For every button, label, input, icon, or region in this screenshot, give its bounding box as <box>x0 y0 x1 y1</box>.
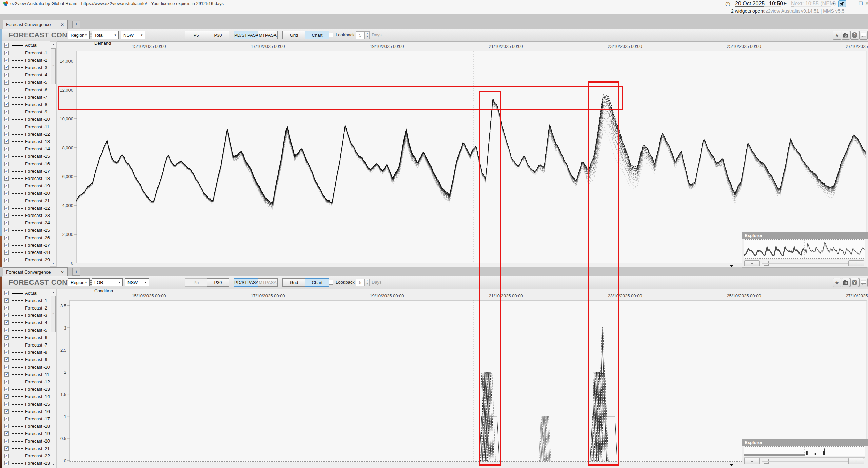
legend-row[interactable]: ✓Forecast -26 <box>2 235 50 241</box>
widget2-p5-button[interactable]: P5 <box>185 278 207 287</box>
widget1-explorer[interactable]: Explorer−+ <box>742 232 867 268</box>
legend-checkbox[interactable]: ✓ <box>4 417 9 421</box>
widget1-chart-button[interactable]: Chart <box>305 31 329 39</box>
widget2-chart-button[interactable]: Chart <box>305 278 329 287</box>
feedback-button[interactable] <box>859 278 868 287</box>
legend-row[interactable]: ✓Forecast -10 <box>2 116 50 123</box>
widget2-lookback-stepper[interactable]: ▲▼ <box>364 279 370 286</box>
legend-checkbox[interactable]: ✓ <box>4 58 9 62</box>
feedback-button[interactable] <box>859 31 868 40</box>
screenshot-camera-button[interactable] <box>842 31 850 40</box>
legend-checkbox[interactable]: ✓ <box>4 424 9 428</box>
legend-row[interactable]: ✓Forecast -9 <box>2 356 50 363</box>
widget2-mode-dropdown[interactable]: Region▼ <box>68 278 90 286</box>
tab-add-button[interactable]: + <box>72 268 80 276</box>
legend-row[interactable]: ✓Forecast -18 <box>2 423 50 430</box>
legend-checkbox[interactable]: ✓ <box>4 372 9 377</box>
legend-checkbox[interactable]: ✓ <box>4 132 9 136</box>
legend-row[interactable]: ✓Forecast -6 <box>2 334 50 341</box>
legend-row[interactable]: ✓Forecast -3 <box>2 64 50 71</box>
legend-checkbox[interactable]: ✓ <box>4 454 9 458</box>
next-run-label[interactable]: Next: 10:55 (NEM) <box>791 1 836 7</box>
up-arrow-icon[interactable]: ▲ <box>366 280 368 282</box>
legend-row[interactable]: ✓Forecast -17 <box>2 416 50 423</box>
help-button[interactable]: ? <box>850 31 859 40</box>
legend-row[interactable]: ✓Forecast -6 <box>2 87 50 93</box>
legend-row[interactable]: ✓Forecast -7 <box>2 342 50 349</box>
legend-checkbox[interactable]: ✓ <box>4 169 9 173</box>
zoom-in-button[interactable]: + <box>848 260 864 266</box>
legend-row[interactable]: ✓Forecast -4 <box>2 72 50 78</box>
legend-checkbox[interactable]: ✓ <box>4 236 9 240</box>
widget1-grid-button[interactable]: Grid <box>282 31 305 39</box>
widget2-grid-button[interactable]: Grid <box>282 278 305 287</box>
legend-row[interactable]: ✓Forecast -1 <box>2 297 50 304</box>
legend-checkbox[interactable]: ✓ <box>4 439 9 443</box>
legend-row[interactable]: ✓Forecast -16 <box>2 408 50 415</box>
legend-row[interactable]: ✓Forecast -14 <box>2 393 50 400</box>
legend-row[interactable]: ✓Forecast -27 <box>2 242 50 249</box>
legend-row[interactable]: ✓Forecast -14 <box>2 146 50 152</box>
scrollbar-thumb[interactable]: ≡ <box>51 48 56 84</box>
legend-checkbox[interactable]: ✓ <box>4 343 9 347</box>
legend-row[interactable]: ✓Forecast -24 <box>2 220 50 226</box>
scroll-up-arrow-icon[interactable]: ▲ <box>51 42 56 47</box>
legend-checkbox[interactable]: ✓ <box>4 250 9 255</box>
legend-checkbox[interactable]: ✓ <box>4 350 9 354</box>
widget1-lookback-stepper[interactable]: ▲▼ <box>364 31 370 39</box>
legend-checkbox[interactable]: ✓ <box>4 461 9 465</box>
legend-checkbox[interactable]: ✓ <box>4 65 9 70</box>
widget2-quantity-dropdown[interactable]: LOR Condition▼ <box>92 278 123 286</box>
favorite-star-button[interactable]: ★ <box>833 278 841 287</box>
mute-speaker-button[interactable] <box>838 0 846 7</box>
scroll-down-arrow-icon[interactable]: ▼ <box>51 462 56 467</box>
down-arrow-icon[interactable]: ▼ <box>366 283 368 285</box>
widget2-mtpasa-button[interactable]: MTPASA <box>258 278 278 287</box>
scroll-down-hint-icon[interactable] <box>730 265 734 267</box>
legend-checkbox[interactable]: ✓ <box>4 147 9 151</box>
legend-row[interactable]: ✓Forecast -10 <box>2 364 50 371</box>
legend-row[interactable]: ✓Forecast -4 <box>2 319 50 326</box>
legend-row[interactable]: ✓Forecast -12 <box>2 379 50 386</box>
legend-checkbox[interactable]: ✓ <box>4 228 9 232</box>
legend-row[interactable]: ✓Forecast -1 <box>2 50 50 56</box>
legend-checkbox[interactable]: ✓ <box>4 73 9 77</box>
legend-checkbox[interactable]: ✓ <box>4 335 9 340</box>
widget2-region-dropdown[interactable]: NSW▼ <box>125 278 149 286</box>
legend-row[interactable]: ✓Forecast -22 <box>2 205 50 212</box>
legend-checkbox[interactable]: ✓ <box>4 80 9 85</box>
zoom-in-button[interactable]: + <box>848 458 864 464</box>
legend-row[interactable]: ✓Forecast -20 <box>2 438 50 445</box>
legend-row[interactable]: ✓Forecast -19 <box>2 183 50 189</box>
legend-checkbox[interactable]: ✓ <box>4 313 9 317</box>
explorer-scrollbar[interactable]: −+ <box>744 457 865 465</box>
legend-row[interactable]: ✓Forecast -11 <box>2 371 50 378</box>
widget1-p30-button[interactable]: P30 <box>207 31 229 39</box>
widget1-pdstpasa-button[interactable]: PD/STPASA <box>234 31 258 39</box>
legend-checkbox[interactable]: ✓ <box>4 162 9 166</box>
legend-row[interactable]: ✓Forecast -7 <box>2 94 50 101</box>
widget1-quantity-dropdown[interactable]: Total Demand▼ <box>92 31 119 39</box>
legend-row[interactable]: ✓Forecast -16 <box>2 161 50 167</box>
legend-checkbox[interactable]: ✓ <box>4 409 9 414</box>
legend-checkbox[interactable]: ✓ <box>4 191 9 195</box>
legend-row[interactable]: ✓Forecast -5 <box>2 327 50 334</box>
legend-row[interactable]: ✓Forecast -21 <box>2 198 50 204</box>
tab-add-button[interactable]: + <box>72 21 80 28</box>
widget2-pdstpasa-button[interactable]: PD/STPASA <box>234 278 258 287</box>
legend-row[interactable]: ✓Forecast -23 <box>2 212 50 219</box>
scrollbar-thumb[interactable]: ≡ <box>51 296 56 332</box>
legend-checkbox[interactable]: ✓ <box>4 221 9 225</box>
legend-checkbox[interactable]: ✓ <box>4 43 9 48</box>
legend-checkbox[interactable]: ✓ <box>4 431 9 436</box>
legend-checkbox[interactable]: ✓ <box>4 357 9 362</box>
legend-checkbox[interactable]: ✓ <box>4 320 9 325</box>
legend-row[interactable]: ✓Forecast -15 <box>2 153 50 160</box>
tab-close-icon[interactable]: ✕ <box>61 20 64 29</box>
legend-checkbox[interactable]: ✓ <box>4 365 9 369</box>
legend-checkbox[interactable]: ✓ <box>4 176 9 181</box>
help-button[interactable]: ? <box>850 278 859 287</box>
legend-row[interactable]: ✓Forecast -5 <box>2 79 50 86</box>
explorer-slider-track[interactable] <box>762 263 848 264</box>
legend-row[interactable]: ✓Forecast -13 <box>2 138 50 145</box>
